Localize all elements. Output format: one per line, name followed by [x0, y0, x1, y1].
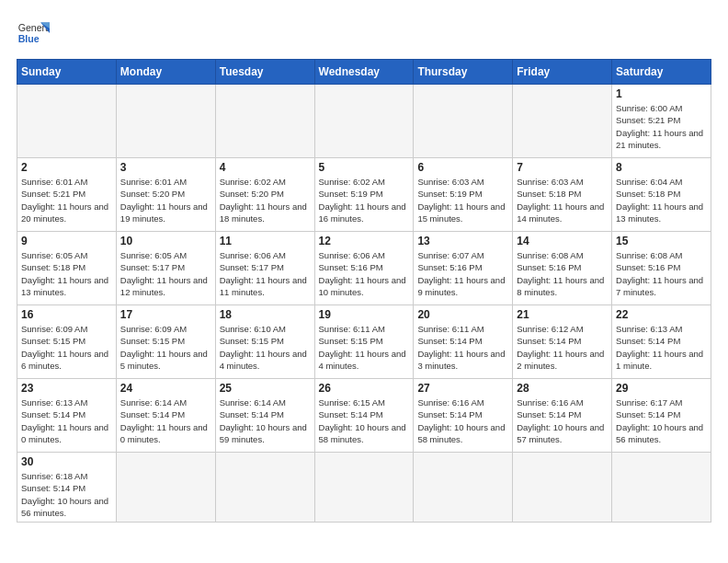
- day-info: Sunrise: 6:06 AM Sunset: 5:17 PM Dayligh…: [220, 249, 311, 298]
- day-number: 17: [120, 308, 211, 321]
- calendar-day-cell: 9Sunrise: 6:05 AM Sunset: 5:18 PM Daylig…: [17, 232, 117, 305]
- calendar-week-row: 9Sunrise: 6:05 AM Sunset: 5:18 PM Daylig…: [17, 232, 711, 305]
- page: General Blue SundayMondayTuesdayWednesda…: [0, 0, 728, 532]
- day-info: Sunrise: 6:01 AM Sunset: 5:20 PM Dayligh…: [120, 176, 211, 224]
- day-number: 27: [417, 382, 508, 395]
- day-number: 13: [417, 235, 508, 247]
- calendar-day-cell: 11Sunrise: 6:06 AM Sunset: 5:17 PM Dayli…: [215, 232, 314, 305]
- calendar-day-cell: [513, 85, 612, 158]
- calendar-day-cell: 20Sunrise: 6:11 AM Sunset: 5:14 PM Dayli…: [414, 305, 513, 379]
- day-info: Sunrise: 6:03 AM Sunset: 5:18 PM Dayligh…: [517, 176, 608, 224]
- calendar-day-cell: [116, 453, 215, 523]
- day-info: Sunrise: 6:15 AM Sunset: 5:14 PM Dayligh…: [319, 396, 410, 445]
- calendar-day-cell: 30Sunrise: 6:18 AM Sunset: 5:14 PM Dayli…: [17, 453, 117, 523]
- day-number: 23: [21, 382, 112, 395]
- calendar-day-cell: [513, 453, 612, 523]
- svg-text:Blue: Blue: [18, 33, 40, 44]
- header: General Blue: [17, 17, 711, 50]
- day-info: Sunrise: 6:04 AM Sunset: 5:18 PM Dayligh…: [616, 176, 707, 224]
- day-info: Sunrise: 6:18 AM Sunset: 5:14 PM Dayligh…: [21, 470, 112, 519]
- day-number: 19: [319, 308, 410, 321]
- calendar-day-cell: 19Sunrise: 6:11 AM Sunset: 5:15 PM Dayli…: [314, 305, 414, 379]
- calendar-day-cell: 3Sunrise: 6:01 AM Sunset: 5:20 PM Daylig…: [116, 158, 215, 232]
- calendar-day-cell: 15Sunrise: 6:08 AM Sunset: 5:16 PM Dayli…: [612, 232, 711, 305]
- day-number: 2: [21, 161, 112, 174]
- calendar-week-row: 30Sunrise: 6:18 AM Sunset: 5:14 PM Dayli…: [17, 453, 711, 523]
- calendar-day-cell: [215, 453, 314, 523]
- calendar-day-cell: 29Sunrise: 6:17 AM Sunset: 5:14 PM Dayli…: [612, 379, 711, 453]
- calendar-week-row: 16Sunrise: 6:09 AM Sunset: 5:15 PM Dayli…: [17, 305, 711, 379]
- day-number: 30: [21, 455, 112, 468]
- day-number: 14: [517, 235, 608, 247]
- calendar-day-cell: 10Sunrise: 6:05 AM Sunset: 5:17 PM Dayli…: [116, 232, 215, 305]
- calendar-day-cell: 23Sunrise: 6:13 AM Sunset: 5:14 PM Dayli…: [17, 379, 117, 453]
- calendar-day-cell: 4Sunrise: 6:02 AM Sunset: 5:20 PM Daylig…: [215, 158, 314, 232]
- calendar-day-cell: 28Sunrise: 6:16 AM Sunset: 5:14 PM Dayli…: [513, 379, 612, 453]
- logo: General Blue: [17, 17, 50, 50]
- day-number: 21: [517, 308, 608, 321]
- day-number: 29: [616, 382, 707, 395]
- weekday-header-thursday: Thursday: [414, 60, 513, 85]
- day-info: Sunrise: 6:10 AM Sunset: 5:15 PM Dayligh…: [220, 323, 311, 372]
- day-number: 10: [120, 235, 211, 247]
- calendar-day-cell: 17Sunrise: 6:09 AM Sunset: 5:15 PM Dayli…: [116, 305, 215, 379]
- day-info: Sunrise: 6:02 AM Sunset: 5:19 PM Dayligh…: [319, 176, 410, 224]
- calendar-day-cell: [414, 85, 513, 158]
- calendar-day-cell: 26Sunrise: 6:15 AM Sunset: 5:14 PM Dayli…: [314, 379, 414, 453]
- calendar-day-cell: 1Sunrise: 6:00 AM Sunset: 5:21 PM Daylig…: [612, 85, 711, 158]
- calendar-day-cell: 18Sunrise: 6:10 AM Sunset: 5:15 PM Dayli…: [215, 305, 314, 379]
- calendar-day-cell: 21Sunrise: 6:12 AM Sunset: 5:14 PM Dayli…: [513, 305, 612, 379]
- calendar-header-row: SundayMondayTuesdayWednesdayThursdayFrid…: [17, 60, 711, 85]
- calendar-day-cell: [414, 453, 513, 523]
- day-info: Sunrise: 6:12 AM Sunset: 5:14 PM Dayligh…: [517, 323, 608, 372]
- day-info: Sunrise: 6:14 AM Sunset: 5:14 PM Dayligh…: [220, 396, 311, 445]
- day-number: 5: [319, 161, 410, 174]
- calendar-day-cell: 2Sunrise: 6:01 AM Sunset: 5:21 PM Daylig…: [17, 158, 117, 232]
- weekday-header-sunday: Sunday: [17, 60, 117, 85]
- calendar-day-cell: 16Sunrise: 6:09 AM Sunset: 5:15 PM Dayli…: [17, 305, 117, 379]
- day-number: 3: [120, 161, 211, 174]
- day-number: 9: [21, 235, 112, 247]
- calendar-day-cell: 27Sunrise: 6:16 AM Sunset: 5:14 PM Dayli…: [414, 379, 513, 453]
- day-info: Sunrise: 6:08 AM Sunset: 5:16 PM Dayligh…: [517, 249, 608, 298]
- day-number: 6: [417, 161, 508, 174]
- day-number: 26: [319, 382, 410, 395]
- day-info: Sunrise: 6:13 AM Sunset: 5:14 PM Dayligh…: [21, 396, 112, 445]
- calendar-day-cell: 13Sunrise: 6:07 AM Sunset: 5:16 PM Dayli…: [414, 232, 513, 305]
- calendar-day-cell: [116, 85, 215, 158]
- day-info: Sunrise: 6:13 AM Sunset: 5:14 PM Dayligh…: [616, 323, 707, 372]
- day-number: 8: [616, 161, 707, 174]
- day-info: Sunrise: 6:07 AM Sunset: 5:16 PM Dayligh…: [417, 249, 508, 298]
- day-number: 24: [120, 382, 211, 395]
- weekday-header-wednesday: Wednesday: [314, 60, 414, 85]
- day-number: 18: [220, 308, 311, 321]
- day-number: 7: [517, 161, 608, 174]
- calendar-day-cell: 25Sunrise: 6:14 AM Sunset: 5:14 PM Dayli…: [215, 379, 314, 453]
- calendar-day-cell: 22Sunrise: 6:13 AM Sunset: 5:14 PM Dayli…: [612, 305, 711, 379]
- calendar-day-cell: 14Sunrise: 6:08 AM Sunset: 5:16 PM Dayli…: [513, 232, 612, 305]
- calendar-day-cell: 7Sunrise: 6:03 AM Sunset: 5:18 PM Daylig…: [513, 158, 612, 232]
- day-info: Sunrise: 6:03 AM Sunset: 5:19 PM Dayligh…: [417, 176, 508, 224]
- calendar-week-row: 1Sunrise: 6:00 AM Sunset: 5:21 PM Daylig…: [17, 85, 711, 158]
- day-number: 20: [417, 308, 508, 321]
- calendar-table: SundayMondayTuesdayWednesdayThursdayFrid…: [17, 59, 711, 523]
- calendar-day-cell: [314, 453, 414, 523]
- calendar-day-cell: 6Sunrise: 6:03 AM Sunset: 5:19 PM Daylig…: [414, 158, 513, 232]
- day-number: 15: [616, 235, 707, 247]
- calendar-day-cell: 24Sunrise: 6:14 AM Sunset: 5:14 PM Dayli…: [116, 379, 215, 453]
- day-info: Sunrise: 6:11 AM Sunset: 5:15 PM Dayligh…: [319, 323, 410, 372]
- day-number: 4: [220, 161, 311, 174]
- day-number: 12: [319, 235, 410, 247]
- calendar-day-cell: 5Sunrise: 6:02 AM Sunset: 5:19 PM Daylig…: [314, 158, 414, 232]
- calendar-week-row: 2Sunrise: 6:01 AM Sunset: 5:21 PM Daylig…: [17, 158, 711, 232]
- day-info: Sunrise: 6:09 AM Sunset: 5:15 PM Dayligh…: [21, 323, 112, 372]
- calendar-day-cell: [314, 85, 414, 158]
- calendar-day-cell: 8Sunrise: 6:04 AM Sunset: 5:18 PM Daylig…: [612, 158, 711, 232]
- day-info: Sunrise: 6:02 AM Sunset: 5:20 PM Dayligh…: [220, 176, 311, 224]
- day-info: Sunrise: 6:08 AM Sunset: 5:16 PM Dayligh…: [616, 249, 707, 298]
- day-info: Sunrise: 6:16 AM Sunset: 5:14 PM Dayligh…: [517, 396, 608, 445]
- weekday-header-friday: Friday: [513, 60, 612, 85]
- day-number: 16: [21, 308, 112, 321]
- weekday-header-saturday: Saturday: [612, 60, 711, 85]
- day-info: Sunrise: 6:17 AM Sunset: 5:14 PM Dayligh…: [616, 396, 707, 445]
